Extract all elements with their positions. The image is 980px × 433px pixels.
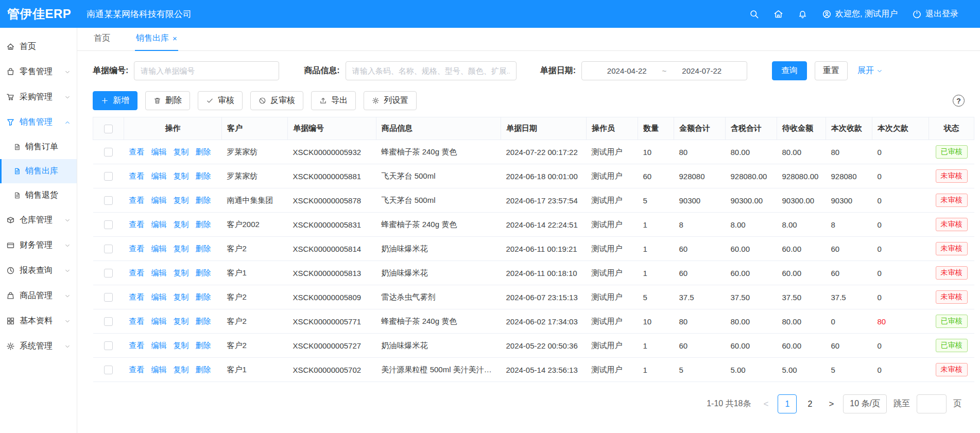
edit-link[interactable]: 编辑: [151, 196, 167, 204]
sidebar-item-9[interactable]: 系统管理: [0, 334, 77, 359]
toolbar-button-5[interactable]: 列设置: [364, 91, 417, 110]
copy-link[interactable]: 复制: [174, 171, 189, 180]
view-link[interactable]: 查看: [129, 317, 145, 325]
reset-button[interactable]: 重置: [815, 61, 848, 80]
copy-link[interactable]: 复制: [174, 341, 189, 350]
edit-link[interactable]: 编辑: [151, 365, 167, 374]
page-size-select[interactable]: 10 条/页: [843, 394, 887, 413]
view-link[interactable]: 查看: [129, 220, 145, 229]
toolbar-button-0[interactable]: 新增: [93, 91, 137, 110]
date-start[interactable]: 2024-04-22: [607, 66, 647, 75]
row-checkbox[interactable]: [104, 317, 113, 326]
select-all-checkbox[interactable]: [104, 125, 113, 133]
sidebar-item-1[interactable]: 零售管理: [0, 59, 77, 84]
toolbar-button-label: 反审核: [270, 95, 295, 106]
row-checkbox[interactable]: [104, 245, 113, 253]
copy-link[interactable]: 复制: [174, 317, 189, 325]
page-button-2[interactable]: 2: [800, 394, 819, 413]
edit-link[interactable]: 编辑: [151, 220, 167, 229]
user-menu[interactable]: 欢迎您, 测试用户: [822, 9, 898, 20]
view-link[interactable]: 查看: [129, 244, 145, 253]
toolbar-button-4[interactable]: 导出: [311, 91, 356, 110]
edit-link[interactable]: 编辑: [151, 244, 167, 253]
delete-link[interactable]: 删除: [196, 317, 211, 325]
search-icon[interactable]: [749, 9, 759, 19]
copy-link[interactable]: 复制: [174, 292, 189, 301]
delete-link[interactable]: 删除: [196, 147, 211, 156]
row-checkbox[interactable]: [104, 220, 113, 229]
toolbar-button-3[interactable]: 反审核: [250, 91, 303, 110]
delete-link[interactable]: 删除: [196, 220, 211, 229]
bill-no-input[interactable]: [134, 61, 279, 80]
edit-link[interactable]: 编辑: [151, 317, 167, 325]
sidebar-item-4[interactable]: 仓库管理: [0, 207, 77, 233]
bell-icon[interactable]: [798, 9, 807, 19]
logout-button[interactable]: 退出登录: [912, 9, 958, 20]
delete-link[interactable]: 删除: [196, 196, 211, 204]
view-link[interactable]: 查看: [129, 341, 145, 350]
view-link[interactable]: 查看: [129, 196, 145, 204]
tab-home[interactable]: 首页: [93, 33, 111, 50]
toolbar-button-2[interactable]: 审核: [198, 91, 243, 110]
row-checkbox[interactable]: [104, 366, 113, 374]
edit-link[interactable]: 编辑: [151, 292, 167, 301]
copy-link[interactable]: 复制: [174, 147, 189, 156]
sidebar-item-3[interactable]: 销售管理: [0, 110, 77, 135]
cell-date: 2024-06-11 00:19:21: [501, 237, 587, 261]
copy-link[interactable]: 复制: [174, 196, 189, 204]
date-range-picker[interactable]: 2024-04-22 ~ 2024-07-22: [581, 61, 747, 80]
delete-link[interactable]: 删除: [196, 341, 211, 350]
home-nav-icon[interactable]: [773, 9, 783, 19]
delete-link[interactable]: 删除: [196, 171, 211, 180]
sidebar-item-7[interactable]: 商品管理: [0, 283, 77, 308]
page-button-1[interactable]: 1: [778, 394, 797, 413]
copy-link[interactable]: 复制: [174, 220, 189, 229]
sidebar-subitem-3-0[interactable]: 销售订单: [0, 135, 77, 159]
delete-link[interactable]: 删除: [196, 268, 211, 277]
chevron-up-icon: [64, 119, 71, 126]
view-link[interactable]: 查看: [129, 147, 145, 156]
edit-link[interactable]: 编辑: [151, 268, 167, 277]
sidebar-item-6[interactable]: 报表查询: [0, 258, 77, 283]
delete-link[interactable]: 删除: [196, 292, 211, 301]
sidebar-subitem-3-1[interactable]: 销售出库: [0, 159, 77, 183]
tab-sales-outbound[interactable]: 销售出库 ×: [135, 33, 178, 50]
edit-link[interactable]: 编辑: [151, 341, 167, 350]
jump-page-input[interactable]: [917, 394, 947, 413]
edit-link[interactable]: 编辑: [151, 147, 167, 156]
sidebar-item-2[interactable]: 采购管理: [0, 84, 77, 110]
edit-link[interactable]: 编辑: [151, 171, 167, 180]
toolbar-button-1[interactable]: 删除: [145, 91, 190, 110]
delete-link[interactable]: 删除: [196, 365, 211, 374]
cell-product: 美汁源果粒橙 500ml 美汁美汁美汁...: [376, 358, 501, 382]
cell-amount_tax: 5.00: [726, 358, 777, 382]
row-checkbox[interactable]: [104, 293, 113, 302]
row-checkbox[interactable]: [104, 148, 113, 157]
row-checkbox[interactable]: [104, 172, 113, 181]
sidebar-subitem-3-2[interactable]: 销售退货: [0, 183, 77, 207]
view-link[interactable]: 查看: [129, 292, 145, 301]
row-checkbox[interactable]: [104, 341, 113, 350]
copy-link[interactable]: 复制: [174, 244, 189, 253]
sidebar-item-8[interactable]: 基本资料: [0, 308, 77, 334]
sidebar-item-0[interactable]: 首页: [0, 34, 77, 59]
next-page-button[interactable]: >: [826, 399, 836, 409]
help-icon[interactable]: ?: [953, 95, 965, 107]
date-end[interactable]: 2024-07-22: [682, 66, 721, 75]
cell-bill_no: XSCK00000005771: [288, 309, 376, 334]
view-link[interactable]: 查看: [129, 171, 145, 180]
search-button[interactable]: 查询: [772, 61, 807, 80]
product-info-input[interactable]: [346, 61, 517, 80]
cell-operator: 测试用户: [587, 164, 638, 188]
close-tab-icon[interactable]: ×: [173, 34, 177, 43]
row-checkbox[interactable]: [104, 196, 113, 205]
expand-link[interactable]: 展开: [857, 65, 883, 76]
view-link[interactable]: 查看: [129, 268, 145, 277]
prev-page-button[interactable]: <: [761, 399, 771, 409]
copy-link[interactable]: 复制: [174, 268, 189, 277]
sidebar-item-5[interactable]: 财务管理: [0, 233, 77, 258]
delete-link[interactable]: 删除: [196, 244, 211, 253]
view-link[interactable]: 查看: [129, 365, 145, 374]
row-checkbox[interactable]: [104, 269, 113, 278]
copy-link[interactable]: 复制: [174, 365, 189, 374]
